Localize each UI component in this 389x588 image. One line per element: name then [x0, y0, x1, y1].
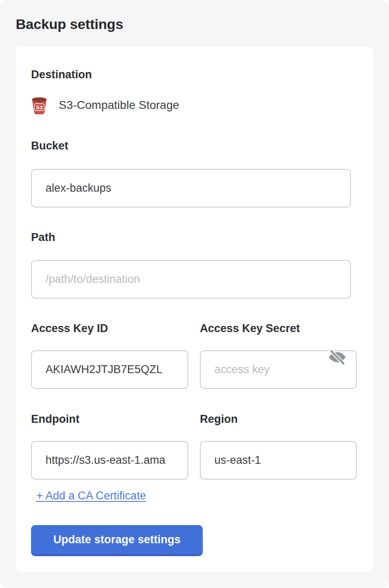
- access-key-id-label: Access Key ID: [31, 322, 188, 335]
- destination-value: S3-Compatible Storage: [59, 99, 179, 112]
- region-field: Region: [200, 413, 357, 480]
- endpoint-label: Endpoint: [31, 413, 188, 425]
- eye-off-icon[interactable]: [327, 348, 348, 366]
- update-storage-settings-button[interactable]: Update storage settings: [31, 525, 203, 556]
- access-key-id-field: Access Key ID: [31, 322, 188, 389]
- endpoint-input[interactable]: [31, 441, 188, 480]
- bucket-input[interactable]: [31, 169, 351, 207]
- endpoint-region-row: Endpoint Region: [31, 413, 358, 480]
- backup-settings-page: Backup settings Destination S3 S3-Compat…: [0, 0, 389, 588]
- access-key-secret-field: Access Key Secret: [200, 322, 357, 389]
- bucket-label: Bucket: [31, 140, 358, 152]
- path-label: Path: [31, 231, 358, 243]
- region-input[interactable]: [200, 441, 357, 480]
- backup-settings-card: Destination S3 S3-Compatible Storage Buc…: [16, 46, 373, 572]
- svg-text:S3: S3: [36, 104, 43, 110]
- access-key-secret-label: Access Key Secret: [200, 322, 357, 335]
- path-input[interactable]: [31, 260, 351, 299]
- destination-value-row: S3 S3-Compatible Storage: [31, 96, 358, 115]
- access-key-id-input[interactable]: [31, 350, 188, 389]
- endpoint-field: Endpoint: [31, 413, 188, 480]
- s3-bucket-icon: S3: [31, 96, 48, 115]
- destination-label: Destination: [31, 68, 358, 81]
- region-label: Region: [200, 413, 357, 425]
- page-title: Backup settings: [16, 16, 389, 32]
- add-ca-certificate-link[interactable]: + Add a CA Certificate: [36, 489, 146, 502]
- access-keys-row: Access Key ID Access Key Secret: [31, 322, 358, 389]
